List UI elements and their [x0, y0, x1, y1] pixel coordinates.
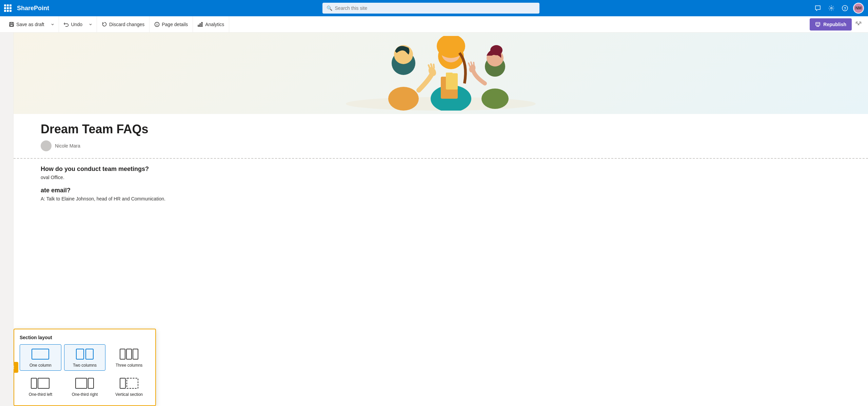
- svg-point-16: [388, 87, 419, 111]
- republish-button[interactable]: Republish: [810, 18, 852, 31]
- svg-rect-31: [32, 349, 49, 359]
- faq-item-2: ate email? A: Talk to Elaine Johnson, he…: [41, 187, 841, 201]
- svg-rect-32: [76, 349, 84, 359]
- page-title-area: Dream Team FAQs Nicole Mara: [14, 114, 868, 155]
- save-group: Save as draft: [4, 16, 59, 32]
- popup-title: Section layout: [20, 335, 150, 340]
- vertical-section-label: Vertical section: [115, 392, 143, 397]
- author-avatar: [41, 140, 52, 151]
- layout-vertical-section[interactable]: Vertical section: [108, 373, 150, 400]
- page-content: Dream Team FAQs Nicole Mara How do you c…: [14, 33, 868, 406]
- svg-rect-33: [86, 349, 93, 359]
- search-input[interactable]: [335, 5, 535, 11]
- save-draft-button[interactable]: Save as draft: [5, 18, 48, 31]
- layout-three-columns[interactable]: Three columns: [108, 344, 150, 371]
- three-columns-icon: [119, 347, 139, 361]
- page-details-group: Page details: [150, 16, 193, 32]
- faq-answer-2: A: Talk to Elaine Johnson, head of HR an…: [41, 196, 841, 201]
- one-third-right-label: One-third right: [72, 392, 98, 397]
- author-name: Nicole Mara: [55, 143, 80, 149]
- hero-illustration: [339, 36, 542, 111]
- svg-rect-9: [198, 25, 199, 26]
- svg-text:?: ?: [844, 6, 846, 11]
- nav-right-actions: ? NM: [812, 3, 864, 14]
- page-title: Dream Team FAQs: [41, 122, 841, 136]
- two-columns-label: Two columns: [73, 363, 97, 368]
- discard-group: Discard changes: [97, 16, 150, 32]
- hero-image: [14, 33, 868, 114]
- svg-rect-39: [76, 378, 87, 388]
- svg-rect-25: [446, 73, 453, 75]
- svg-rect-34: [120, 349, 125, 359]
- svg-rect-38: [38, 378, 49, 388]
- page-toolbar: Save as draft Undo Discard changes Page …: [0, 16, 868, 33]
- svg-point-29: [490, 45, 502, 55]
- section-divider: [14, 158, 868, 159]
- svg-rect-4: [11, 22, 13, 24]
- faq-answer-1: oval Office.: [41, 175, 841, 180]
- analytics-button[interactable]: Analytics: [194, 18, 228, 31]
- two-columns-icon: [75, 347, 95, 361]
- one-column-icon: [30, 347, 51, 361]
- search-icon: 🔍: [327, 5, 332, 11]
- faq-content: How do you conduct team meetings? oval O…: [14, 161, 868, 212]
- app-launcher-icon[interactable]: [4, 4, 12, 12]
- sharepoint-logo: SharePoint: [17, 5, 49, 12]
- undo-button[interactable]: Undo: [60, 18, 86, 31]
- layout-one-third-left[interactable]: One-third left: [20, 373, 61, 400]
- vertical-section-icon: [119, 376, 139, 390]
- svg-rect-10: [200, 24, 201, 26]
- layout-options-grid: One column Two columns: [20, 344, 150, 400]
- svg-rect-42: [127, 378, 138, 388]
- top-nav: SharePoint 🔍 ? NM: [0, 0, 868, 16]
- popup-close-button[interactable]: ×: [14, 362, 18, 373]
- layout-one-third-right[interactable]: One-third right: [64, 373, 106, 400]
- layout-two-columns[interactable]: Two columns: [64, 344, 106, 371]
- svg-rect-41: [120, 378, 125, 388]
- faq-question-2: ate email?: [41, 187, 841, 194]
- svg-rect-36: [133, 349, 138, 359]
- section-layout-popup: × Section layout One column: [14, 329, 156, 406]
- search-bar[interactable]: 🔍: [322, 3, 539, 14]
- settings-icon[interactable]: [826, 3, 837, 14]
- svg-rect-40: [88, 378, 94, 388]
- svg-rect-35: [126, 349, 132, 359]
- svg-point-8: [157, 23, 157, 24]
- save-draft-chevron[interactable]: [48, 18, 57, 31]
- user-avatar[interactable]: NM: [853, 3, 864, 14]
- one-third-right-icon: [75, 376, 95, 390]
- svg-point-27: [481, 89, 509, 109]
- analytics-group: Analytics: [193, 16, 229, 32]
- svg-rect-5: [10, 24, 13, 26]
- page-details-button[interactable]: Page details: [151, 18, 191, 31]
- help-icon[interactable]: ?: [840, 3, 850, 14]
- faq-item: How do you conduct team meetings? oval O…: [41, 166, 841, 180]
- svg-rect-11: [201, 22, 202, 26]
- undo-group: Undo: [59, 16, 97, 32]
- layout-one-column[interactable]: One column: [20, 344, 61, 371]
- svg-point-0: [831, 7, 832, 9]
- search-wrap: 🔍: [59, 3, 803, 14]
- one-column-label: One column: [29, 363, 52, 368]
- svg-rect-37: [31, 378, 37, 388]
- one-third-left-icon: [30, 376, 51, 390]
- undo-chevron[interactable]: [86, 18, 95, 31]
- faq-question-1: How do you conduct team meetings?: [41, 166, 841, 173]
- svg-rect-24: [446, 73, 458, 90]
- feedback-icon[interactable]: [812, 3, 823, 14]
- discard-button[interactable]: Discard changes: [98, 18, 148, 31]
- left-sidebar: [0, 33, 14, 406]
- fit-screen-icon[interactable]: [853, 19, 864, 30]
- main-area: Dream Team FAQs Nicole Mara How do you c…: [0, 33, 868, 406]
- one-third-left-label: One-third left: [29, 392, 52, 397]
- three-columns-label: Three columns: [116, 363, 142, 368]
- author-row: Nicole Mara: [41, 140, 841, 151]
